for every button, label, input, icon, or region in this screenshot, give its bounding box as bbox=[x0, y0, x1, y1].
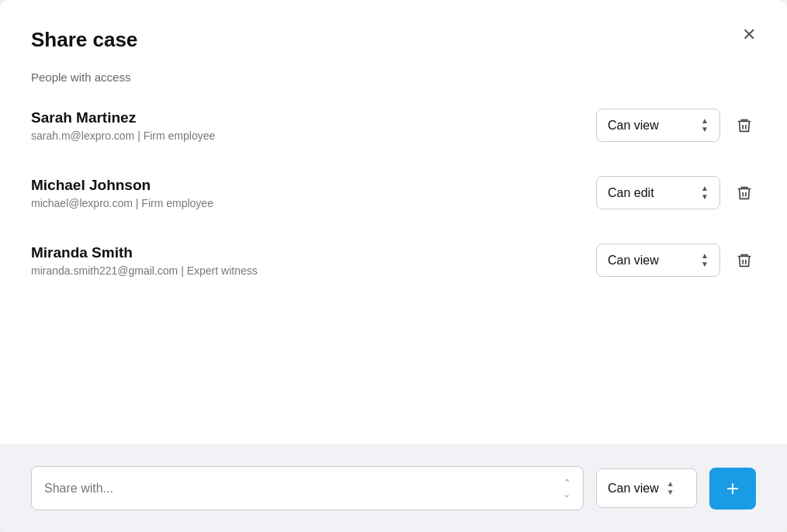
chevron-updown-icon: ▲ ▼ bbox=[701, 185, 709, 201]
table-row: Miranda Smith miranda.smith221@gmail.com… bbox=[31, 226, 756, 294]
table-row: Sarah Martinez sarah.m@lexpro.com | Firm… bbox=[31, 92, 756, 159]
person-actions: Can view ▲ ▼ bbox=[596, 109, 756, 142]
person-info: Michael Johnson michael@lexpro.com | Fir… bbox=[31, 177, 213, 209]
close-button[interactable]: ✕ bbox=[739, 23, 759, 47]
person-info: Miranda Smith miranda.smith221@gmail.com… bbox=[31, 244, 258, 277]
permission-label: Can view bbox=[608, 119, 692, 133]
person-name: Miranda Smith bbox=[31, 244, 258, 261]
add-button[interactable]: + bbox=[709, 468, 756, 510]
table-row: Michael Johnson michael@lexpro.com | Fir… bbox=[31, 159, 756, 226]
person-actions: Can edit ▲ ▼ bbox=[596, 176, 756, 209]
footer-permission-label: Can view bbox=[608, 482, 659, 496]
permission-select[interactable]: Can edit ▲ ▼ bbox=[596, 176, 720, 209]
permission-label: Can view bbox=[608, 254, 692, 268]
footer: ⌃ ⌃ Can view ▲ ▼ + bbox=[0, 444, 787, 532]
chevron-updown-icon: ▲ ▼ bbox=[701, 117, 709, 133]
delete-button[interactable] bbox=[733, 181, 756, 205]
delete-button[interactable] bbox=[733, 114, 756, 137]
people-with-access-label: People with access bbox=[0, 52, 787, 92]
person-name: Michael Johnson bbox=[31, 177, 213, 194]
permission-select[interactable]: Can view ▲ ▼ bbox=[596, 244, 720, 277]
share-with-input-wrapper[interactable]: ⌃ ⌃ bbox=[31, 466, 584, 510]
person-info: Sarah Martinez sarah.m@lexpro.com | Firm… bbox=[31, 109, 215, 142]
person-meta: michael@lexpro.com | Firm employee bbox=[31, 197, 213, 209]
share-case-modal: Share case ✕ People with access Sarah Ma… bbox=[0, 0, 787, 532]
modal-header: Share case ✕ bbox=[0, 0, 787, 52]
delete-button[interactable] bbox=[733, 249, 756, 272]
people-list: Sarah Martinez sarah.m@lexpro.com | Firm… bbox=[0, 92, 787, 444]
share-with-input[interactable] bbox=[44, 482, 556, 496]
person-name: Sarah Martinez bbox=[31, 109, 215, 126]
person-actions: Can view ▲ ▼ bbox=[596, 244, 756, 277]
permission-select[interactable]: Can view ▲ ▼ bbox=[596, 109, 720, 142]
footer-chevron-updown-icon: ▲ ▼ bbox=[667, 480, 674, 496]
person-meta: miranda.smith221@gmail.com | Expert witn… bbox=[31, 264, 258, 277]
footer-permission-select[interactable]: Can view ▲ ▼ bbox=[596, 468, 697, 508]
share-chevron-icon: ⌃ ⌃ bbox=[563, 478, 570, 499]
permission-label: Can edit bbox=[608, 186, 692, 200]
modal-title: Share case bbox=[31, 28, 756, 52]
person-meta: sarah.m@lexpro.com | Firm employee bbox=[31, 130, 215, 142]
chevron-updown-icon: ▲ ▼ bbox=[701, 252, 709, 268]
